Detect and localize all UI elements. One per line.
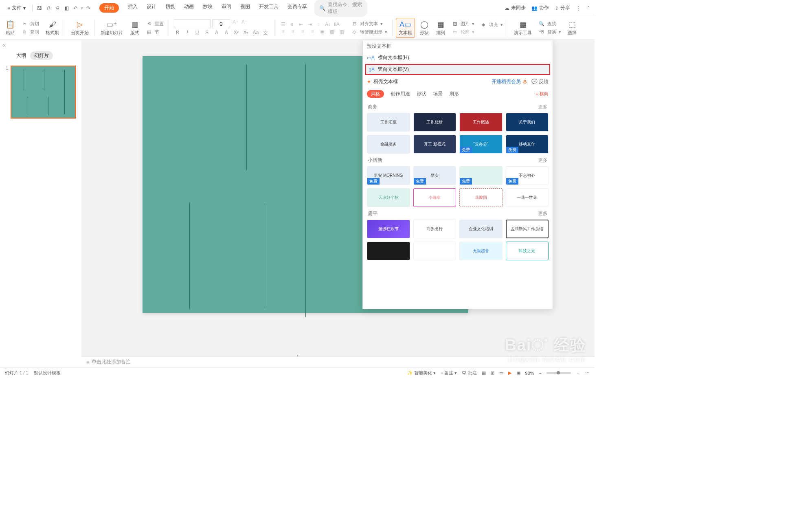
textbox-button[interactable]: A▭ 文本框 <box>396 18 415 38</box>
template-card[interactable]: 商务出行 <box>413 220 456 238</box>
filter-purpose[interactable]: 创作用途 <box>391 90 410 97</box>
chevron-down-icon[interactable]: ▾ <box>81 5 83 11</box>
fit-icon[interactable]: ▣ <box>516 370 520 376</box>
numbering-icon[interactable]: ≡ <box>288 22 296 27</box>
beautify-button[interactable]: ✨ 智能美化 ▾ <box>407 370 436 376</box>
reset-button[interactable]: ⟲重置 <box>146 21 164 27</box>
font-color-icon[interactable]: A <box>213 30 220 37</box>
fill-button[interactable]: ◆填充▾ <box>480 22 503 28</box>
filter-fan[interactable]: 扇形 <box>449 90 459 97</box>
indent-right-icon[interactable]: ⇥ <box>306 22 314 27</box>
bold-icon[interactable]: B <box>174 30 181 37</box>
strike-icon[interactable]: S <box>203 30 211 37</box>
template-card[interactable]: 企业文化培训 <box>459 220 503 238</box>
slide-thumbnail[interactable] <box>11 66 76 119</box>
distribute-icon[interactable]: ≣ <box>318 29 326 35</box>
template-card[interactable]: 关于我们 <box>506 113 549 132</box>
layout-button[interactable]: ▥ 版式 <box>128 18 142 38</box>
sync-status[interactable]: ☁未同步 <box>505 4 526 11</box>
template-card[interactable]: 免费 <box>459 166 503 185</box>
template-card[interactable]: 工作汇报 <box>367 113 410 132</box>
template-card[interactable]: 科技之光 <box>506 242 549 260</box>
presentation-tools-button[interactable]: ▦ 演示工具 <box>511 18 534 38</box>
template-card[interactable]: 花瓣雨 <box>459 188 503 207</box>
underline-icon[interactable]: U <box>193 30 201 37</box>
template-card[interactable]: 早安免费 <box>413 166 456 185</box>
picture-button[interactable]: 🖼图片▾ <box>452 21 474 27</box>
comment-button[interactable]: 🗨 批注 <box>462 370 476 376</box>
notes-button[interactable]: ≡ 备注 ▾ <box>441 370 457 376</box>
template-card[interactable]: 开工 新模式 <box>413 135 456 154</box>
zoom-out-icon[interactable]: − <box>539 371 542 376</box>
more-link[interactable]: 更多 <box>538 157 548 164</box>
font-size-input[interactable] <box>212 19 230 28</box>
collapse-ribbon-icon[interactable]: ⌃ <box>586 5 590 11</box>
more-link[interactable]: 更多 <box>538 103 548 110</box>
template-card[interactable] <box>367 242 410 260</box>
zoom-slider[interactable] <box>546 372 571 374</box>
copy-button[interactable]: ⧉复制 <box>21 29 39 35</box>
undo-split-icon[interactable]: ◧ <box>63 4 70 12</box>
italic-icon[interactable]: I <box>184 30 191 37</box>
font-name-input[interactable] <box>174 19 211 28</box>
select-button[interactable]: ⬚ 选择 <box>565 18 579 38</box>
zoom-in-icon[interactable]: ＋ <box>576 370 580 376</box>
more-link[interactable]: 更多 <box>538 210 548 217</box>
tab-slides[interactable]: 幻灯片 <box>30 51 53 60</box>
file-menu[interactable]: ≡ 文件 ▾ <box>4 3 29 13</box>
template-card[interactable]: 不忘初心免费 <box>506 166 549 185</box>
columns2-icon[interactable]: ▥ <box>338 29 345 35</box>
template-card[interactable]: 早安 MORNING免费 <box>367 166 410 185</box>
template-card[interactable]: 工作概述 <box>459 113 503 132</box>
template-card[interactable]: 超级狂欢节 <box>367 220 410 238</box>
template-card[interactable]: 小确幸 <box>413 188 456 207</box>
find-button[interactable]: 🔍查找 <box>538 21 561 27</box>
paste-button[interactable]: 📋 粘贴 <box>3 18 17 38</box>
superscript-icon[interactable]: X² <box>233 30 240 37</box>
print-icon[interactable]: 🖨 <box>54 4 61 12</box>
view-normal-icon[interactable]: ▦ <box>482 370 486 376</box>
align-text-button[interactable]: ⊟对齐文本▾ <box>351 21 387 27</box>
template-card[interactable]: 移动支付免费 <box>506 135 549 154</box>
align-justify-icon[interactable]: ≡ <box>309 29 316 35</box>
tab-outline[interactable]: 大纲 <box>16 52 26 59</box>
vertical-textbox-option[interactable]: ▯A 竖向文本框(V) <box>365 64 550 75</box>
orientation-toggle[interactable]: ≡ 横向 <box>536 91 549 97</box>
template-card[interactable]: 孟菲斯风工作总结 <box>506 220 549 238</box>
tab-insert[interactable]: 插入 <box>128 3 138 13</box>
feedback-button[interactable]: 💬 反馈 <box>531 78 549 85</box>
template-card[interactable]: "云办公"免费 <box>459 135 503 154</box>
more-icon[interactable]: ⋮ <box>576 5 581 11</box>
template-card[interactable]: 一花一世界 <box>506 188 549 207</box>
section-button[interactable]: ▤节 <box>146 29 164 35</box>
filter-scene[interactable]: 场景 <box>433 90 443 97</box>
template-card[interactable]: 工作总结 <box>413 113 456 132</box>
undo-icon[interactable]: ↶ <box>72 4 79 12</box>
command-search[interactable]: 🔍 查找命令、搜索模板 <box>314 0 367 17</box>
start-from-current-button[interactable]: ▷ 当页开始 <box>68 18 91 38</box>
columns-icon[interactable]: ▥ <box>328 29 336 35</box>
horizontal-textbox-option[interactable]: ▭A 横向文本框(H) <box>363 52 553 63</box>
text-direction-icon[interactable]: A↓ <box>324 22 331 27</box>
template-card[interactable]: 金融服务 <box>367 135 410 154</box>
share-button[interactable]: ⇪分享 <box>555 4 570 11</box>
template-card[interactable]: 天凉好个秋 <box>367 188 410 207</box>
replace-button[interactable]: ᴬB替换▾ <box>538 29 561 35</box>
new-slide-button[interactable]: ▭⁺ 新建幻灯片 <box>98 18 125 38</box>
view-reading-icon[interactable]: ▭ <box>499 370 503 376</box>
tab-slideshow[interactable]: 放映 <box>203 3 213 13</box>
notes-bar[interactable]: ≡ 单击此处添加备注 <box>81 356 595 367</box>
template-card[interactable] <box>413 242 456 260</box>
bullets-icon[interactable]: ☰ <box>279 22 287 27</box>
tab-membership[interactable]: 会员专享 <box>287 3 307 13</box>
open-member-link[interactable]: 开通稻壳会员 ♨ <box>492 78 527 85</box>
save-icon[interactable]: 🖫 <box>36 4 43 12</box>
tab-design[interactable]: 设计 <box>147 3 156 13</box>
outline-button[interactable]: ▭轮廓▾ <box>452 29 474 35</box>
subscript-icon[interactable]: X₂ <box>242 30 250 37</box>
view-sorter-icon[interactable]: ⊞ <box>491 370 494 376</box>
tab-animation[interactable]: 动画 <box>184 3 194 13</box>
cut-button[interactable]: ✂剪切 <box>21 21 39 27</box>
align-right-icon[interactable]: ≡ <box>299 29 306 35</box>
redo-icon[interactable]: ↷ <box>85 4 92 12</box>
